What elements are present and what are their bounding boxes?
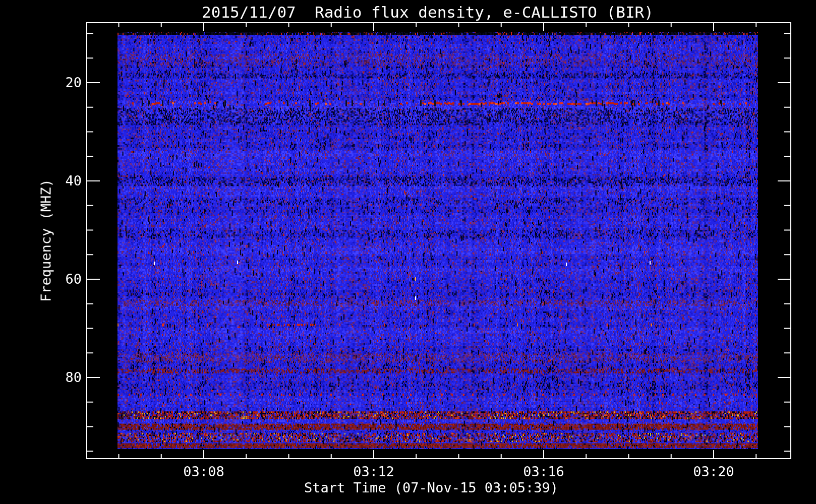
x-tick-label: 03:12 bbox=[333, 464, 414, 479]
y-tick-label: 60 bbox=[36, 272, 82, 286]
x-tick-label: 03:16 bbox=[503, 464, 584, 479]
x-axis-label: Start Time (07-Nov-15 03:05:39) bbox=[304, 480, 558, 495]
y-tick-label: 80 bbox=[36, 370, 82, 384]
spectrogram-canvas bbox=[0, 0, 816, 504]
spectrogram-page: 2015/11/07 Radio flux density, e-CALLIST… bbox=[0, 0, 816, 504]
x-tick-label: 03:08 bbox=[163, 464, 244, 479]
chart-title: 2015/11/07 Radio flux density, e-CALLIST… bbox=[202, 3, 654, 21]
x-tick-label: 03:20 bbox=[673, 464, 754, 479]
y-tick-label: 40 bbox=[36, 174, 82, 187]
y-tick-label: 20 bbox=[36, 76, 82, 89]
